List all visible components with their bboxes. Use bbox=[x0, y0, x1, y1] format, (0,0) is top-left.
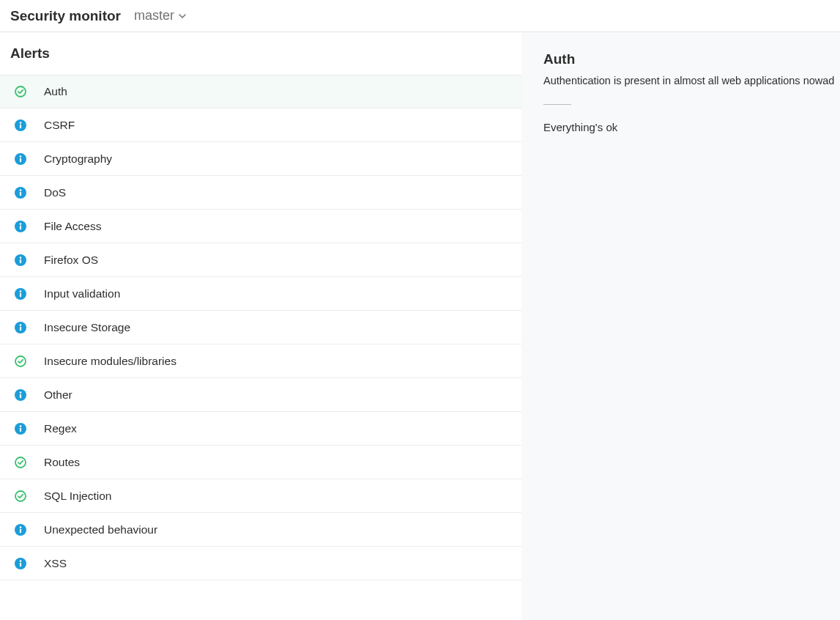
svg-point-27 bbox=[20, 425, 22, 427]
alert-row[interactable]: Routes bbox=[0, 446, 521, 479]
svg-point-11 bbox=[20, 223, 22, 225]
branch-selector[interactable]: master bbox=[134, 8, 186, 23]
alert-row[interactable]: DoS bbox=[0, 176, 521, 210]
svg-point-5 bbox=[20, 155, 22, 158]
svg-point-14 bbox=[20, 257, 22, 259]
alert-label: File Access bbox=[44, 220, 101, 233]
svg-rect-3 bbox=[20, 124, 21, 128]
alert-row[interactable]: Cryptography bbox=[0, 142, 521, 176]
alert-label: Unexpected behaviour bbox=[44, 523, 157, 536]
check-circle-icon bbox=[13, 84, 28, 99]
alert-row[interactable]: Unexpected behaviour bbox=[0, 513, 521, 547]
info-circle-icon bbox=[13, 287, 28, 301]
alerts-pane: Alerts AuthCSRFCryptographyDoSFile Acces… bbox=[0, 32, 521, 620]
alert-label: Input validation bbox=[44, 287, 120, 300]
alert-row[interactable]: Firefox OS bbox=[0, 243, 521, 277]
info-circle-icon bbox=[13, 421, 28, 436]
alert-label: Firefox OS bbox=[44, 254, 98, 267]
svg-rect-18 bbox=[20, 292, 21, 296]
alert-label: Insecure Storage bbox=[44, 321, 130, 334]
page-title: Security monitor bbox=[10, 8, 121, 24]
alert-label: Cryptography bbox=[44, 152, 112, 166]
check-circle-icon bbox=[13, 455, 28, 470]
detail-status: Everything's ok bbox=[543, 121, 840, 133]
alert-list: AuthCSRFCryptographyDoSFile AccessFirefo… bbox=[0, 75, 521, 580]
check-circle-icon bbox=[13, 489, 28, 503]
info-circle-icon bbox=[13, 118, 28, 133]
divider bbox=[543, 104, 571, 105]
svg-rect-12 bbox=[20, 225, 21, 229]
info-circle-icon bbox=[13, 219, 28, 234]
svg-point-35 bbox=[20, 560, 22, 562]
detail-title: Auth bbox=[543, 51, 840, 67]
detail-description: Authentication is present in almost all … bbox=[543, 75, 840, 86]
alert-label: DoS bbox=[44, 186, 66, 199]
info-circle-icon bbox=[13, 556, 28, 571]
info-circle-icon bbox=[13, 253, 28, 267]
alert-row[interactable]: CSRF bbox=[0, 108, 521, 142]
content: Alerts AuthCSRFCryptographyDoSFile Acces… bbox=[0, 32, 840, 620]
svg-rect-9 bbox=[20, 191, 21, 195]
info-circle-icon bbox=[13, 388, 28, 402]
alert-row[interactable]: Regex bbox=[0, 412, 521, 446]
alert-label: CSRF bbox=[44, 119, 75, 132]
alert-row[interactable]: Insecure Storage bbox=[0, 311, 521, 344]
svg-point-20 bbox=[20, 324, 22, 326]
alert-row[interactable]: Insecure modules/libraries bbox=[0, 344, 521, 378]
svg-point-24 bbox=[20, 391, 22, 394]
alert-label: Insecure modules/libraries bbox=[44, 355, 176, 368]
alert-row[interactable]: XSS bbox=[0, 547, 521, 580]
info-circle-icon bbox=[13, 320, 28, 335]
svg-point-17 bbox=[20, 290, 22, 292]
alert-row[interactable]: SQL Injection bbox=[0, 479, 521, 513]
info-circle-icon bbox=[13, 523, 28, 537]
alert-row[interactable]: Input validation bbox=[0, 277, 521, 311]
alert-label: Routes bbox=[44, 456, 80, 469]
check-circle-icon bbox=[13, 354, 28, 369]
svg-rect-21 bbox=[20, 326, 21, 330]
svg-rect-15 bbox=[20, 259, 21, 262]
alert-row[interactable]: File Access bbox=[0, 210, 521, 243]
alert-label: Regex bbox=[44, 422, 77, 435]
header: Security monitor master bbox=[0, 0, 840, 32]
svg-rect-25 bbox=[20, 394, 21, 397]
svg-rect-36 bbox=[20, 562, 21, 566]
alert-label: Auth bbox=[44, 85, 67, 98]
info-circle-icon bbox=[13, 152, 28, 166]
chevron-down-icon bbox=[179, 12, 186, 20]
detail-pane: Auth Authentication is present in almost… bbox=[521, 32, 840, 620]
info-circle-icon bbox=[13, 185, 28, 200]
alerts-heading: Alerts bbox=[0, 32, 521, 75]
alert-row[interactable]: Other bbox=[0, 378, 521, 412]
alert-label: XSS bbox=[44, 557, 67, 570]
svg-rect-28 bbox=[20, 427, 21, 431]
alert-label: Other bbox=[44, 388, 73, 402]
alert-label: SQL Injection bbox=[44, 490, 111, 503]
svg-point-8 bbox=[20, 189, 22, 191]
alert-row[interactable]: Auth bbox=[0, 75, 521, 108]
svg-rect-6 bbox=[20, 158, 21, 161]
svg-point-2 bbox=[20, 122, 22, 124]
svg-rect-33 bbox=[20, 528, 21, 532]
svg-point-32 bbox=[20, 526, 22, 528]
branch-name: master bbox=[134, 8, 174, 23]
